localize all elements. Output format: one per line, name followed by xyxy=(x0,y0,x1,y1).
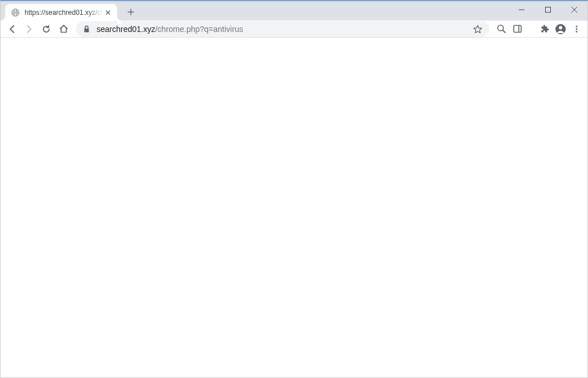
home-icon xyxy=(59,24,69,34)
extension-icon xyxy=(540,25,549,34)
profile-button[interactable] xyxy=(553,21,568,37)
extensions-button[interactable] xyxy=(537,21,552,37)
plus-icon xyxy=(127,9,134,15)
forward-arrow-icon xyxy=(25,25,34,34)
toolbar-right xyxy=(494,21,584,37)
menu-button[interactable] xyxy=(569,21,584,37)
tab-title: https://searchred01.xyz/chrome.php?q=ant… xyxy=(25,9,103,17)
reload-icon xyxy=(42,25,51,34)
url-host: searchred01.xyz xyxy=(97,25,155,34)
address-bar[interactable]: searchred01.xyz/chrome.php?q=antivirus xyxy=(76,21,489,37)
toolbar: searchred01.xyz/chrome.php?q=antivirus xyxy=(1,21,587,38)
svg-rect-8 xyxy=(546,7,551,13)
new-tab-button[interactable] xyxy=(123,4,139,20)
profile-icon xyxy=(555,23,566,35)
svg-point-20 xyxy=(576,28,578,30)
browser-tab[interactable]: https://searchred01.xyz/chrome.php?q=ant… xyxy=(5,4,117,21)
svg-rect-12 xyxy=(84,29,89,33)
svg-rect-15 xyxy=(514,26,521,33)
svg-point-19 xyxy=(576,26,578,27)
reload-button[interactable] xyxy=(38,21,54,37)
close-window-button[interactable] xyxy=(561,1,587,18)
star-icon xyxy=(473,25,482,34)
menu-icon xyxy=(573,25,581,33)
lock-icon xyxy=(83,25,90,33)
maximize-button[interactable] xyxy=(535,1,561,18)
back-button[interactable] xyxy=(4,21,20,37)
maximize-icon xyxy=(545,7,551,13)
minimize-button[interactable] xyxy=(509,1,535,18)
page-content xyxy=(1,38,587,377)
zoom-button[interactable] xyxy=(494,21,509,37)
svg-line-14 xyxy=(503,30,505,33)
titlebar: https://searchred01.xyz/chrome.php?q=ant… xyxy=(1,1,587,21)
minimize-icon xyxy=(519,7,525,13)
url-text[interactable]: searchred01.xyz/chrome.php?q=antivirus xyxy=(97,25,470,34)
tab-strip: https://searchred01.xyz/chrome.php?q=ant… xyxy=(1,1,139,21)
bookmark-button[interactable] xyxy=(472,23,483,35)
svg-point-18 xyxy=(559,26,562,29)
url-path: /chrome.php?q=antivirus xyxy=(155,25,243,34)
close-icon xyxy=(106,10,110,15)
back-arrow-icon xyxy=(7,25,17,34)
close-icon xyxy=(571,7,577,13)
home-button[interactable] xyxy=(55,21,71,37)
search-icon xyxy=(497,24,506,34)
site-info-button[interactable] xyxy=(82,25,91,34)
reading-list-button[interactable] xyxy=(510,21,525,37)
globe-icon xyxy=(11,8,20,17)
reading-list-icon xyxy=(513,24,522,34)
window-controls xyxy=(509,1,587,18)
close-tab-button[interactable] xyxy=(103,8,113,17)
forward-button[interactable] xyxy=(21,21,37,37)
svg-point-21 xyxy=(576,31,578,33)
